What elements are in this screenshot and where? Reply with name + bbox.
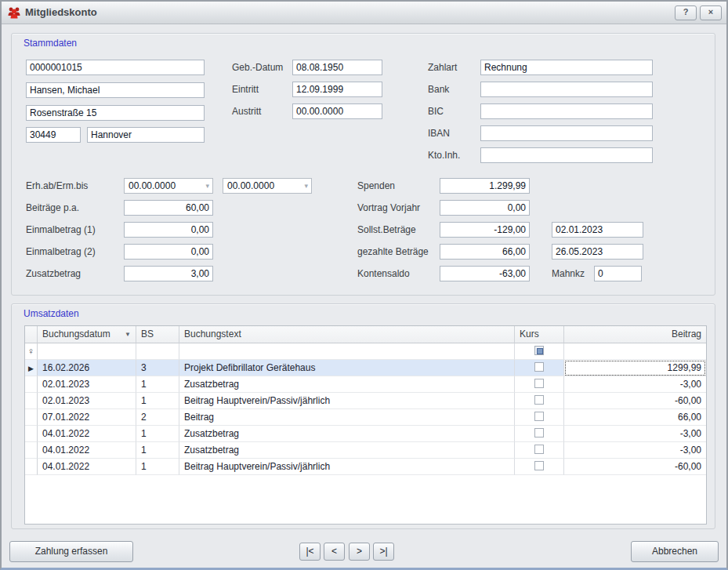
datum-cell: 16.02.2026 xyxy=(38,360,136,376)
filter-row: ♀ xyxy=(25,343,706,360)
sollst-betraege-field[interactable] xyxy=(440,222,530,238)
zahlart-label: Zahlart xyxy=(428,60,457,75)
umsatzdaten-caption: Umsatzdaten xyxy=(24,308,79,319)
mahnkz-field[interactable] xyxy=(594,266,642,281)
sollst-betraege-label: Sollst.Beträge xyxy=(357,222,416,238)
kurs-cell xyxy=(515,409,564,426)
beitraege-pa-field[interactable] xyxy=(124,200,213,216)
help-button[interactable]: ? xyxy=(675,5,697,20)
filter-kurs-cell[interactable] xyxy=(515,343,564,360)
bank-label: Bank xyxy=(428,82,449,97)
kurs-cell xyxy=(515,442,564,459)
row-indicator xyxy=(25,459,38,475)
nav-next-button[interactable]: > xyxy=(349,543,370,561)
erh-ab-value: 00.00.0000 xyxy=(129,179,176,193)
sollst-datum-field[interactable] xyxy=(552,222,643,238)
text-cell: Beitrag xyxy=(179,409,515,426)
sort-desc-icon[interactable]: ▼ xyxy=(125,326,131,343)
stammdaten-groupbox: Stammdaten Geb.-Datum Eintritt Austritt … xyxy=(11,33,715,296)
eintritt-field[interactable] xyxy=(292,82,382,97)
table-row[interactable]: ▶ 16.02.2026 3 Projekt Defibrillator Ger… xyxy=(25,360,706,376)
zahlart-field[interactable] xyxy=(480,60,653,75)
vortrag-vorjahr-field[interactable] xyxy=(440,200,530,216)
zahlung-erfassen-button[interactable]: Zahlung erfassen xyxy=(9,541,133,562)
filter-text-cell[interactable] xyxy=(179,343,515,360)
street-field[interactable] xyxy=(26,105,205,121)
nav-first-button[interactable]: |< xyxy=(299,543,321,561)
kurs-checkbox[interactable] xyxy=(534,379,544,388)
member-name-field[interactable] xyxy=(26,82,205,98)
table-row[interactable]: 07.01.2022 2 Beitrag 66,00 xyxy=(25,409,706,426)
bank-field[interactable] xyxy=(480,82,653,97)
abbrechen-button[interactable]: Abbrechen xyxy=(631,541,719,562)
kurs-checkbox[interactable] xyxy=(534,395,544,405)
kurs-checkbox[interactable] xyxy=(534,412,544,421)
kurs-cell xyxy=(515,376,564,393)
erh-ab-combo[interactable]: 00.00.0000 ▾ xyxy=(124,178,213,194)
beitrag-cell: -3,00 xyxy=(564,376,706,393)
stammdaten-caption: Stammdaten xyxy=(24,38,77,49)
app-members-icon xyxy=(7,5,21,20)
beitraege-pa-label: Beiträge p.a. xyxy=(26,200,79,216)
gezahlte-datum-field[interactable] xyxy=(552,244,643,260)
kontensaldo-label: Kontensaldo xyxy=(357,266,410,281)
iban-field[interactable] xyxy=(480,125,653,141)
einmalbetrag2-field[interactable] xyxy=(124,244,213,260)
beitrag-cell: -3,00 xyxy=(564,442,706,459)
kurs-checkbox[interactable] xyxy=(534,445,544,454)
zip-field[interactable] xyxy=(26,127,81,143)
spenden-label: Spenden xyxy=(357,178,395,194)
kurs-cell xyxy=(515,459,564,475)
kurs-checkbox[interactable] xyxy=(534,461,544,470)
umsatzdaten-groupbox: Umsatzdaten Buchungsdatum▼ BS Buchungste… xyxy=(11,303,715,529)
kurs-checkbox[interactable] xyxy=(534,428,544,437)
bic-field[interactable] xyxy=(480,103,653,119)
table-row[interactable]: 04.01.2022 1 Beitrag Hauptverein/Passiv/… xyxy=(25,459,706,475)
bs-cell: 3 xyxy=(136,360,179,376)
column-header-kurs[interactable]: Kurs xyxy=(515,326,564,343)
column-header-buchungsdatum[interactable]: Buchungsdatum▼ xyxy=(38,326,136,343)
geb-datum-label: Geb.-Datum xyxy=(232,60,283,75)
einmalbetrag2-label: Einmalbetrag (2) xyxy=(26,244,96,260)
erm-bis-combo[interactable]: 00.00.0000 ▾ xyxy=(223,178,312,194)
column-header-buchungstext[interactable]: Buchungstext xyxy=(179,326,515,343)
filter-datum-cell[interactable] xyxy=(38,343,136,360)
member-id-field[interactable] xyxy=(26,60,205,75)
kontensaldo-field[interactable] xyxy=(440,266,530,281)
table-header-row: Buchungsdatum▼ BS Buchungstext Kurs Beit… xyxy=(25,326,706,343)
filter-beitrag-cell[interactable] xyxy=(564,343,706,360)
kurs-filter-checkbox[interactable] xyxy=(534,346,544,355)
einmalbetrag1-field[interactable] xyxy=(124,222,213,238)
kto-inh-field[interactable] xyxy=(480,147,653,163)
row-indicator: ▶ xyxy=(25,360,38,376)
bs-cell: 1 xyxy=(136,459,179,475)
title-bar: Mitgliedskonto ? × xyxy=(2,2,726,24)
geb-datum-field[interactable] xyxy=(292,60,382,75)
austritt-field[interactable] xyxy=(292,103,382,119)
bs-cell: 1 xyxy=(136,442,179,459)
nav-last-button[interactable]: >| xyxy=(373,543,394,561)
dropdown-arrow-icon[interactable]: ▾ xyxy=(304,179,308,193)
column-header-beitrag[interactable]: Beitrag xyxy=(564,326,706,343)
gezahlte-betraege-field[interactable] xyxy=(440,244,530,260)
filter-bs-cell[interactable] xyxy=(136,343,179,360)
spenden-field[interactable] xyxy=(440,178,530,194)
zusatzbetrag-field[interactable] xyxy=(124,266,213,281)
table-row[interactable]: 04.01.2022 1 Zusatzbetrag -3,00 xyxy=(25,426,706,442)
bic-label: BIC xyxy=(428,103,444,119)
gezahlte-betraege-label: gezahlte Beträge xyxy=(357,244,429,260)
column-header-bs[interactable]: BS xyxy=(136,326,179,343)
dropdown-arrow-icon[interactable]: ▾ xyxy=(205,179,209,193)
bs-cell: 2 xyxy=(136,409,179,426)
table-row[interactable]: 04.01.2022 1 Zusatzbetrag -3,00 xyxy=(25,442,706,459)
close-button[interactable]: × xyxy=(700,5,722,20)
beitrag-cell-focused[interactable]: 1299,99 xyxy=(564,360,706,376)
table-row[interactable]: 02.01.2023 1 Beitrag Hauptverein/Passiv/… xyxy=(25,393,706,409)
table-row[interactable]: 02.01.2023 1 Zusatzbetrag -3,00 xyxy=(25,376,706,393)
header-indicator-cell xyxy=(25,326,38,343)
kurs-cell xyxy=(515,426,564,442)
bs-cell: 1 xyxy=(136,376,179,393)
nav-prev-button[interactable]: < xyxy=(324,543,345,561)
kurs-checkbox[interactable] xyxy=(534,362,544,372)
city-field[interactable] xyxy=(87,127,205,143)
